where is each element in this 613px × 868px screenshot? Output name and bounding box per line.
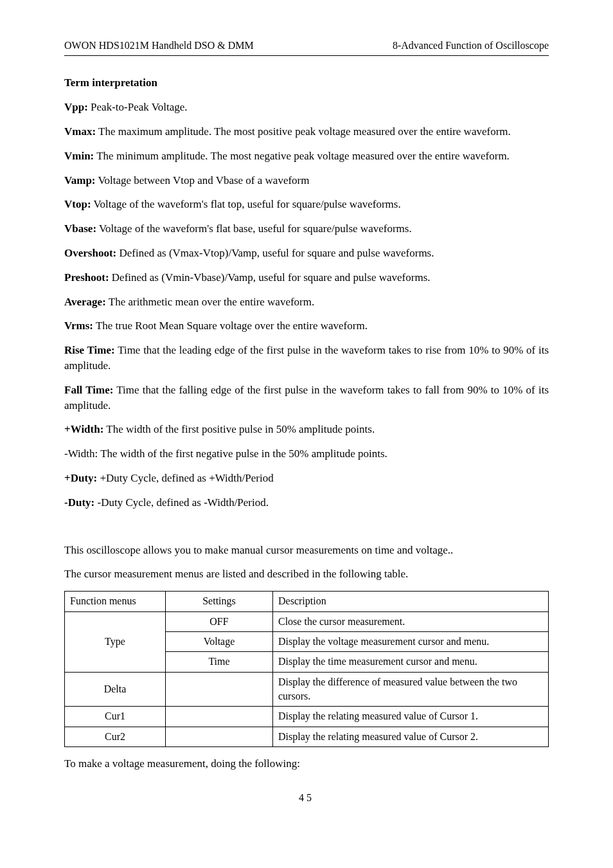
- page-header: OWON HDS1021M Handheld DSO & DMM 8-Advan…: [64, 39, 549, 56]
- closing-line: To make a voltage measurement, doing the…: [64, 756, 549, 772]
- term-text: Defined as (Vmax-Vtop)/Vamp, useful for …: [116, 247, 434, 259]
- term-text: The width of the first positive pulse in…: [103, 423, 375, 435]
- term-text: The arithmetic mean over the entire wave…: [106, 296, 314, 308]
- term-pluswidth: +Width: The width of the first positive …: [64, 422, 549, 437]
- term-label: Vrms:: [64, 320, 93, 332]
- term-label: +Width:: [64, 423, 103, 435]
- term-text: -Width: The width of the first negative …: [64, 448, 387, 460]
- term-label: Vmin:: [64, 150, 94, 162]
- table-row: Cur1 Display the relating measured value…: [65, 707, 549, 727]
- cell-setting: [166, 672, 273, 707]
- term-risetime: Rise Time: Time that the leading edge of…: [64, 343, 549, 374]
- term-vbase: Vbase: Voltage of the waveform's flat ba…: [64, 221, 549, 237]
- col-header-function: Function menus: [65, 592, 166, 611]
- term-label: Vamp:: [64, 174, 96, 186]
- cell-type-label: Type: [65, 611, 166, 672]
- term-overshoot: Overshoot: Defined as (Vmax-Vtop)/Vamp, …: [64, 246, 549, 261]
- term-text: -Duty Cycle, defined as -Width/Period.: [94, 496, 269, 509]
- cell-cur2-label: Cur2: [65, 727, 166, 746]
- term-text: The maximum amplitude. The most positive…: [96, 125, 511, 138]
- header-right: 8-Advanced Function of Oscilloscope: [393, 39, 549, 53]
- term-label: Vtop:: [64, 198, 91, 210]
- term-label: Fall Time:: [64, 384, 113, 396]
- section-title: Term interpretation: [64, 75, 549, 91]
- table-row: Type OFF Close the cursor measurement.: [65, 611, 549, 631]
- cell-setting: Voltage: [166, 631, 273, 651]
- term-plusduty: +Duty: +Duty Cycle, defined as +Width/Pe…: [64, 471, 549, 486]
- term-minuswidth: -Width: The width of the first negative …: [64, 446, 549, 462]
- table-row: Delta Display the difference of measured…: [65, 672, 549, 707]
- cell-delta-label: Delta: [65, 672, 166, 707]
- cell-desc: Display the difference of measured value…: [273, 672, 549, 707]
- col-header-settings: Settings: [166, 592, 273, 611]
- term-text: Voltage of the waveform's flat base, use…: [96, 222, 412, 235]
- cell-desc: Display the voltage measurement cursor a…: [273, 631, 549, 651]
- term-minusduty: -Duty: -Duty Cycle, defined as -Width/Pe…: [64, 495, 549, 511]
- table-row: Cur2 Display the relating measured value…: [65, 727, 549, 746]
- term-label: Vbase:: [64, 222, 96, 235]
- term-vpp: Vpp: Peak-to-Peak Voltage.: [64, 100, 549, 115]
- term-vmax: Vmax: The maximum amplitude. The most po…: [64, 124, 549, 140]
- term-label: -Duty:: [64, 496, 94, 509]
- cell-setting: OFF: [166, 611, 273, 631]
- term-label: Rise Time:: [64, 344, 115, 356]
- col-header-description: Description: [273, 592, 549, 611]
- term-text: +Duty Cycle, defined as +Width/Period: [97, 472, 273, 484]
- term-label: Preshoot:: [64, 271, 109, 284]
- term-preshoot: Preshoot: Defined as (Vmin-Vbase)/Vamp, …: [64, 270, 549, 285]
- cell-desc: Display the relating measured value of C…: [273, 707, 549, 727]
- term-vtop: Vtop: Voltage of the waveform's flat top…: [64, 197, 549, 212]
- term-text: Time that the leading edge of the first …: [64, 344, 549, 372]
- page-number: 45: [64, 791, 549, 805]
- term-label: +Duty:: [64, 472, 97, 484]
- cell-desc: Close the cursor measurement.: [273, 611, 549, 631]
- cursor-menu-table: Function menus Settings Description Type…: [64, 591, 549, 747]
- cell-cur1-label: Cur1: [65, 707, 166, 727]
- cell-setting: Time: [166, 652, 273, 672]
- term-label: Average:: [64, 296, 106, 308]
- term-vmin: Vmin: The minimum amplitude. The most ne…: [64, 149, 549, 164]
- cell-setting: [166, 727, 273, 746]
- term-text: The true Root Mean Square voltage over t…: [93, 320, 368, 332]
- term-text: Time that the falling edge of the first …: [64, 384, 549, 411]
- cell-setting: [166, 707, 273, 727]
- table-header-row: Function menus Settings Description: [65, 592, 549, 611]
- term-vamp: Vamp: Voltage between Vtop and Vbase of …: [64, 173, 549, 188]
- header-left: OWON HDS1021M Handheld DSO & DMM: [64, 39, 254, 53]
- intro-2: The cursor measurement menus are listed …: [64, 566, 549, 582]
- term-text: Voltage between Vtop and Vbase of a wave…: [96, 174, 310, 186]
- intro-1: This oscilloscope allows you to make man…: [64, 543, 549, 558]
- cell-desc: Display the relating measured value of C…: [273, 727, 549, 746]
- term-falltime: Fall Time: Time that the falling edge of…: [64, 383, 549, 413]
- term-average: Average: The arithmetic mean over the en…: [64, 294, 549, 310]
- term-text: The minimum amplitude. The most negative…: [94, 150, 510, 162]
- term-text: Voltage of the waveform's flat top, usef…: [91, 198, 401, 210]
- cell-desc: Display the time measurement cursor and …: [273, 652, 549, 672]
- term-label: Vmax:: [64, 125, 96, 138]
- term-label: Vpp:: [64, 101, 88, 113]
- term-label: Overshoot:: [64, 247, 116, 259]
- term-text: Peak-to-Peak Voltage.: [88, 101, 188, 113]
- term-vrms: Vrms: The true Root Mean Square voltage …: [64, 318, 549, 334]
- term-text: Defined as (Vmin-Vbase)/Vamp, useful for…: [109, 271, 431, 284]
